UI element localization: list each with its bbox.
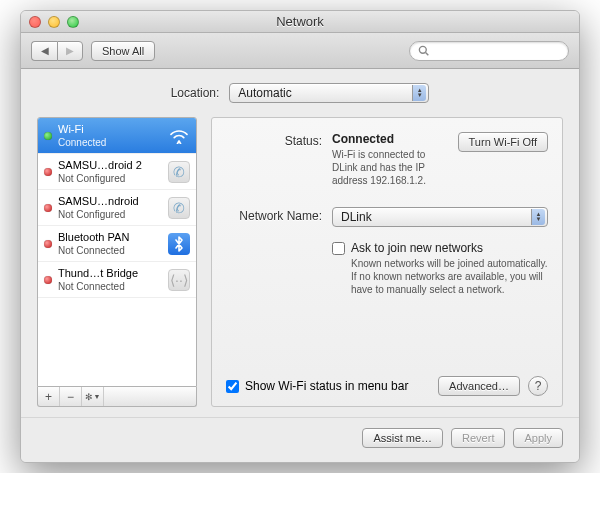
status-label: Status:	[226, 132, 322, 187]
status-dot-icon	[44, 204, 52, 212]
sidebar-item-samsung-android[interactable]: SAMSU…ndroid Not Configured ✆	[38, 190, 196, 226]
network-name-select[interactable]: DLink ▲▼	[332, 207, 548, 227]
show-status-checkbox[interactable]: Show Wi-Fi status in menu bar	[226, 379, 408, 393]
add-interface-button[interactable]: +	[38, 387, 60, 406]
network-name-label: Network Name:	[226, 207, 322, 227]
location-value: Automatic	[238, 86, 291, 100]
list-action-bar: + − ✻▼	[37, 387, 197, 407]
list-item-text: SAMSU…ndroid Not Configured	[58, 195, 162, 221]
action-menu-button[interactable]: ✻▼	[82, 387, 104, 406]
gear-icon: ✻	[85, 392, 93, 402]
list-item-status: Connected	[58, 136, 162, 149]
chevron-down-icon: ▼	[94, 393, 101, 400]
network-preferences-window: Network ◀ ▶ Show All Location: Automatic…	[20, 10, 580, 463]
interface-list: Wi-Fi Connected SAMSU…droid 2 Not Config…	[37, 117, 197, 387]
list-item-name: Thund…t Bridge	[58, 267, 162, 280]
thunderbolt-icon: ⟨··⟩	[168, 269, 190, 291]
sidebar-item-bluetooth-pan[interactable]: Bluetooth PAN Not Connected	[38, 226, 196, 262]
show-status-input[interactable]	[226, 380, 239, 393]
updown-icon: ▲▼	[412, 85, 426, 101]
location-select[interactable]: Automatic ▲▼	[229, 83, 429, 103]
sidebar: Wi-Fi Connected SAMSU…droid 2 Not Config…	[37, 117, 197, 407]
wifi-icon	[168, 125, 190, 147]
network-name-value: DLink	[341, 210, 372, 224]
updown-icon: ▲▼	[531, 209, 545, 225]
status-dot-icon	[44, 132, 52, 140]
sidebar-item-thunderbolt-bridge[interactable]: Thund…t Bridge Not Connected ⟨··⟩	[38, 262, 196, 298]
close-window-button[interactable]	[29, 16, 41, 28]
list-item-text: Thund…t Bridge Not Connected	[58, 267, 162, 293]
list-item-name: Bluetooth PAN	[58, 231, 162, 244]
chevron-right-icon: ▶	[66, 45, 74, 56]
help-button[interactable]: ?	[528, 376, 548, 396]
forward-button[interactable]: ▶	[57, 41, 83, 61]
status-description: Wi-Fi is connected to DLink and has the …	[332, 148, 448, 187]
status-dot-icon	[44, 240, 52, 248]
apply-button[interactable]: Apply	[513, 428, 563, 448]
sidebar-item-samsung-android-2[interactable]: SAMSU…droid 2 Not Configured ✆	[38, 154, 196, 190]
footer: Assist me… Revert Apply	[21, 417, 579, 462]
show-all-button[interactable]: Show All	[91, 41, 155, 61]
zoom-window-button[interactable]	[67, 16, 79, 28]
toolbar: ◀ ▶ Show All	[21, 33, 579, 69]
svg-point-2	[178, 140, 181, 143]
advanced-button[interactable]: Advanced…	[438, 376, 520, 396]
list-item-status: Not Connected	[58, 244, 162, 257]
content: Location: Automatic ▲▼ Wi-Fi Connected	[21, 69, 579, 417]
chevron-left-icon: ◀	[41, 45, 49, 56]
revert-button[interactable]: Revert	[451, 428, 505, 448]
phone-icon: ✆	[168, 161, 190, 183]
ask-to-join-input[interactable]	[332, 242, 345, 255]
show-status-label: Show Wi-Fi status in menu bar	[245, 379, 408, 393]
location-label: Location:	[171, 86, 220, 100]
wifi-toggle-button[interactable]: Turn Wi-Fi Off	[458, 132, 548, 152]
ask-to-join-checkbox[interactable]: Ask to join new networks Known networks …	[332, 241, 548, 296]
list-item-status: Not Connected	[58, 280, 162, 293]
list-item-name: SAMSU…ndroid	[58, 195, 162, 208]
search-input[interactable]	[433, 45, 560, 57]
bluetooth-icon	[168, 233, 190, 255]
status-dot-icon	[44, 168, 52, 176]
window-controls	[29, 16, 79, 28]
list-item-text: Wi-Fi Connected	[58, 123, 162, 149]
list-item-status: Not Configured	[58, 208, 162, 221]
location-row: Location: Automatic ▲▼	[37, 83, 563, 103]
help-icon: ?	[535, 379, 542, 393]
search-icon	[418, 45, 429, 56]
ask-to-join-label: Ask to join new networks	[351, 241, 548, 255]
list-item-text: SAMSU…droid 2 Not Configured	[58, 159, 162, 185]
status-value: Connected	[332, 132, 448, 146]
titlebar: Network	[21, 11, 579, 33]
svg-point-0	[419, 46, 426, 53]
sidebar-item-wifi[interactable]: Wi-Fi Connected	[38, 118, 196, 154]
window-title: Network	[21, 14, 579, 29]
minimize-window-button[interactable]	[48, 16, 60, 28]
main-row: Wi-Fi Connected SAMSU…droid 2 Not Config…	[37, 117, 563, 407]
assist-me-button[interactable]: Assist me…	[362, 428, 443, 448]
phone-icon: ✆	[168, 197, 190, 219]
remove-interface-button[interactable]: −	[60, 387, 82, 406]
back-button[interactable]: ◀	[31, 41, 57, 61]
list-item-name: Wi-Fi	[58, 123, 162, 136]
detail-pane: Status: Connected Wi-Fi is connected to …	[211, 117, 563, 407]
status-dot-icon	[44, 276, 52, 284]
nav-segment: ◀ ▶	[31, 41, 83, 61]
list-item-text: Bluetooth PAN Not Connected	[58, 231, 162, 257]
list-item-status: Not Configured	[58, 172, 162, 185]
search-field[interactable]	[409, 41, 569, 61]
svg-line-1	[426, 53, 429, 56]
list-item-name: SAMSU…droid 2	[58, 159, 162, 172]
ask-to-join-description: Known networks will be joined automatica…	[351, 257, 548, 296]
